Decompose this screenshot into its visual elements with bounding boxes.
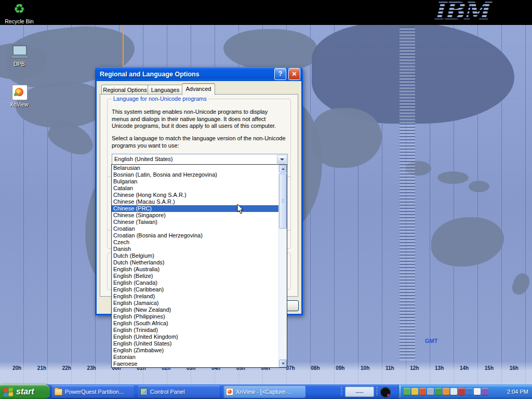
list-item[interactable]: Bosnian (Latin, Bosnia and Herzegovina) — [112, 171, 279, 178]
windows-flag-icon — [4, 388, 14, 396]
list-item[interactable]: Faeroese — [112, 361, 279, 367]
tray-icon-3[interactable] — [419, 388, 426, 395]
scrollbar-thumb[interactable] — [279, 174, 287, 229]
hour-label: 23h — [87, 365, 96, 371]
regional-language-options-dialog: Regional and Language Options ? × Region… — [95, 67, 303, 315]
taskbar-button[interactable]: XnView - [<Capture-... — [223, 385, 305, 398]
landmass — [510, 271, 532, 297]
help-button[interactable]: ? — [274, 68, 286, 80]
list-item[interactable]: English (Philippines) — [112, 313, 279, 320]
tray-icon-11[interactable] — [482, 388, 488, 395]
laptop-icon — [10, 44, 28, 60]
list-item[interactable]: Danish — [112, 246, 279, 252]
dialog-titlebar[interactable]: Regional and Language Options ? × — [95, 67, 303, 81]
list-item[interactable]: Catalan — [112, 185, 279, 192]
list-item[interactable]: Bulgarian — [112, 178, 279, 185]
list-scrollbar[interactable] — [278, 165, 287, 367]
combobox-dropdown-button[interactable] — [277, 155, 287, 164]
list-item[interactable]: Dutch (Belgium) — [112, 252, 279, 259]
list-item[interactable]: English (United States) — [112, 340, 279, 347]
list-item[interactable]: English (Canada) — [112, 280, 279, 286]
gmt-label: GMT — [425, 338, 437, 344]
tray-icons — [404, 388, 488, 395]
landmass — [223, 29, 317, 71]
tray-icon-8[interactable] — [458, 388, 465, 395]
chevron-down-icon — [280, 158, 284, 161]
tray-icon-9[interactable] — [466, 388, 473, 395]
time-indicator-line — [123, 25, 124, 68]
xnview-icon — [226, 388, 233, 395]
list-item[interactable]: English (Zimbabwe) — [112, 347, 279, 354]
hour-label: 22h — [62, 365, 71, 371]
taskbar-button[interactable]: Control Panel — [138, 385, 220, 398]
scroll-up-icon — [282, 168, 285, 170]
tab-languages[interactable]: Languages — [148, 85, 183, 95]
scrollbar-up-button[interactable] — [279, 165, 287, 172]
taskbar-dark-icon[interactable] — [380, 387, 391, 397]
toolbar-grip[interactable] — [376, 387, 378, 396]
non-unicode-description: This system setting enables non-Unicode … — [112, 109, 286, 130]
tray-icon-1[interactable] — [404, 388, 410, 395]
list-item[interactable]: English (Trinidad) — [112, 327, 279, 334]
taskbar-button-dashes[interactable]: ---- — [345, 387, 374, 397]
hour-label: 20h — [12, 365, 21, 371]
list-item[interactable]: Chinese (PRC) — [112, 205, 279, 212]
list-item[interactable]: Chinese (Taiwan) — [112, 219, 279, 225]
tray-icon-2[interactable] — [411, 388, 418, 395]
landmass — [469, 181, 489, 192]
list-item[interactable]: English (United Kingdom) — [112, 334, 279, 340]
tab-advanced[interactable]: Advanced — [182, 83, 215, 95]
desktop-icon-dpb[interactable]: DPB — [2, 44, 36, 67]
list-item[interactable]: English (Ireland) — [112, 293, 279, 300]
list-item[interactable]: Chinese (Singapore) — [112, 212, 279, 219]
hour-label: 14h — [460, 365, 469, 371]
language-combobox[interactable]: English (United States) — [112, 154, 288, 165]
hour-label: 21h — [37, 365, 46, 371]
landmass — [312, 108, 382, 168]
list-item[interactable]: English (Jamaica) — [112, 300, 279, 307]
tab-regional-options[interactable]: Regional Options — [101, 85, 149, 95]
list-item[interactable]: Chinese (Hong Kong S.A.R.) — [112, 192, 279, 198]
start-button[interactable]: start — [0, 384, 50, 399]
list-item[interactable]: Estonian — [112, 354, 279, 361]
dialog-title: Regional and Language Options — [95, 71, 274, 78]
desktop-icon-xnview[interactable]: XnView — [2, 85, 36, 108]
list-item[interactable]: Dutch (Netherlands) — [112, 259, 279, 266]
cpanel-icon — [140, 388, 148, 395]
xnview-icon-dot — [14, 93, 17, 96]
taskbar-button-label: PowerQuest Partition... — [65, 389, 134, 395]
taskbar-button-label: Control Panel — [150, 389, 220, 395]
hour-label: 16h — [510, 365, 518, 371]
list-item[interactable]: Czech — [112, 239, 279, 246]
list-item[interactable]: Croatian — [112, 225, 279, 232]
desktop-icon-recycle-bin[interactable]: ♻ Recycle Bin — [2, 2, 36, 24]
landmass — [431, 217, 504, 267]
close-button[interactable]: × — [288, 68, 300, 80]
language-combobox-value: English (United States) — [114, 156, 173, 162]
ibm-logo: IBM — [433, 0, 496, 25]
list-item[interactable]: English (Caribbean) — [112, 286, 279, 293]
list-item[interactable]: Belarusian — [112, 165, 279, 171]
list-item[interactable]: English (New Zealand) — [112, 307, 279, 313]
list-item[interactable]: English (Australia) — [112, 266, 279, 273]
tray-icon-5[interactable] — [435, 388, 442, 395]
recycle-bin-icon: ♻ — [10, 2, 28, 17]
tray-icon-10[interactable] — [474, 388, 481, 395]
tray-icon-7[interactable] — [450, 388, 457, 395]
list-item[interactable]: Croatian (Bosnia and Herzegovina) — [112, 232, 279, 239]
list-item[interactable]: English (Belize) — [112, 273, 279, 280]
tray-icon-6[interactable] — [443, 388, 449, 395]
start-label: start — [16, 387, 34, 396]
folder-icon — [55, 389, 62, 395]
hour-label: 07h — [286, 365, 295, 371]
taskbar-clock[interactable]: 2:04 PM — [507, 384, 528, 399]
scroll-down-icon — [282, 363, 285, 365]
taskbar-button[interactable]: PowerQuest Partition... — [52, 385, 134, 398]
tray-icon-4[interactable] — [427, 388, 434, 395]
scrollbar-down-button[interactable] — [279, 360, 287, 367]
landmass — [437, 171, 469, 184]
hour-label: 10h — [361, 365, 369, 371]
list-item[interactable]: English (South Africa) — [112, 320, 279, 327]
list-item[interactable]: Chinese (Macau S.A.R.) — [112, 198, 279, 205]
toolbar-grip[interactable] — [341, 387, 342, 396]
